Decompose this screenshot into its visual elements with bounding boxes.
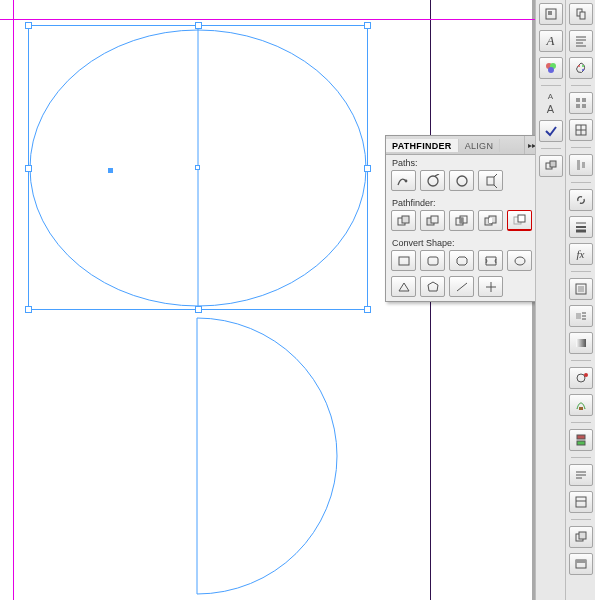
paragraph-panel-icon[interactable] — [569, 30, 593, 52]
panel-tabbar: PATHFINDER ALIGN ▸▸ — [386, 136, 539, 155]
path-open-button[interactable] — [420, 170, 445, 191]
paths-row — [386, 169, 539, 195]
convert-ellipse-button[interactable] — [507, 250, 532, 271]
svg-rect-52 — [578, 286, 584, 292]
svg-point-3 — [457, 176, 467, 186]
resize-handle-e[interactable] — [364, 165, 371, 172]
stroke-panel-icon[interactable] — [569, 216, 593, 238]
svg-rect-8 — [431, 216, 438, 223]
dock-separator — [571, 85, 591, 86]
section-convert-label: Convert Shape: — [386, 235, 539, 249]
svg-line-20 — [457, 283, 467, 291]
tab-pathfinder[interactable]: PATHFINDER — [386, 139, 459, 152]
resize-handle-n[interactable] — [195, 22, 202, 29]
gradient-panel-icon[interactable] — [569, 332, 593, 354]
svg-rect-4 — [487, 177, 494, 185]
scripts-panel-icon[interactable] — [569, 526, 593, 548]
pathfinder-panel-icon[interactable] — [539, 155, 563, 177]
section-paths-label: Paths: — [386, 155, 539, 169]
svg-point-37 — [582, 65, 584, 67]
table-panel-icon[interactable] — [569, 119, 593, 141]
panel-dock-right: fx — [565, 0, 595, 600]
glyphs-panel-icon[interactable] — [569, 367, 593, 389]
dock-separator — [541, 148, 561, 149]
pathfinder-exclude-button[interactable] — [478, 210, 503, 231]
resize-handle-se[interactable] — [364, 306, 371, 313]
svg-rect-61 — [577, 435, 585, 439]
character-panel-icon[interactable]: A — [539, 30, 563, 52]
svg-rect-60 — [579, 407, 583, 410]
color-panel-icon[interactable] — [539, 57, 563, 79]
anchor-mid[interactable] — [195, 165, 200, 170]
svg-rect-18 — [428, 257, 438, 265]
dock-separator — [571, 360, 591, 361]
dock-separator — [571, 147, 591, 148]
half-ellipse-shape[interactable] — [197, 318, 337, 594]
links-panel-icon[interactable] — [569, 189, 593, 211]
resize-handle-s[interactable] — [195, 306, 202, 313]
convert-inverse-button[interactable] — [478, 250, 503, 271]
tags-panel-icon[interactable] — [569, 491, 593, 513]
library-panel-icon[interactable] — [569, 553, 593, 575]
svg-point-38 — [582, 69, 584, 71]
resize-handle-ne[interactable] — [364, 22, 371, 29]
svg-point-1 — [428, 176, 438, 186]
svg-rect-66 — [576, 497, 586, 507]
svg-rect-47 — [582, 162, 585, 168]
svg-rect-39 — [576, 98, 580, 102]
convert-triangle-button[interactable] — [391, 276, 416, 297]
convert-row-2 — [386, 275, 539, 301]
checkmark-icon[interactable] — [539, 120, 563, 142]
svg-rect-46 — [577, 160, 580, 170]
dock-separator — [571, 422, 591, 423]
resize-handle-sw[interactable] — [25, 306, 32, 313]
transform-panel-icon[interactable] — [569, 92, 593, 114]
object-styles-icon[interactable] — [569, 278, 593, 300]
svg-rect-17 — [399, 257, 409, 265]
svg-rect-71 — [576, 560, 586, 563]
selection-center-point — [108, 168, 113, 173]
type-size-controls[interactable]: A A — [541, 92, 561, 115]
pages-panel-icon[interactable] — [569, 3, 593, 25]
selection-bounding-box[interactable] — [28, 25, 368, 310]
layers-panel-icon[interactable] — [569, 429, 593, 451]
pathfinder-add-button[interactable] — [391, 210, 416, 231]
resize-handle-nw[interactable] — [25, 22, 32, 29]
dock-separator — [571, 457, 591, 458]
svg-rect-62 — [577, 441, 585, 445]
align-panel-icon[interactable] — [569, 154, 593, 176]
svg-rect-11 — [460, 218, 463, 223]
svg-rect-40 — [582, 98, 586, 102]
convert-orthogonal-button[interactable] — [478, 276, 503, 297]
svg-rect-57 — [576, 339, 586, 347]
swatches-panel-icon[interactable] — [569, 57, 593, 79]
info-panel-icon[interactable] — [569, 464, 593, 486]
navigator-panel-icon[interactable] — [539, 3, 563, 25]
dock-separator — [571, 519, 591, 520]
pathfinder-panel[interactable]: PATHFINDER ALIGN ▸▸ Paths: Pathfinder: — [385, 135, 540, 302]
svg-rect-14 — [489, 218, 492, 223]
path-reverse-button[interactable] — [478, 170, 503, 191]
section-pathfinder-label: Pathfinder: — [386, 195, 539, 209]
dock-separator — [571, 271, 591, 272]
pathfinder-intersect-button[interactable] — [449, 210, 474, 231]
pathfinder-minusback-button[interactable] — [507, 210, 532, 231]
text-wrap-icon[interactable] — [569, 305, 593, 327]
resize-handle-w[interactable] — [25, 165, 32, 172]
svg-point-19 — [515, 257, 525, 265]
effects-panel-icon[interactable]: fx — [569, 243, 593, 265]
convert-row-1 — [386, 249, 539, 275]
tab-align[interactable]: ALIGN — [459, 139, 501, 152]
path-close-button[interactable] — [449, 170, 474, 191]
convert-rectangle-button[interactable] — [391, 250, 416, 271]
svg-line-2 — [435, 174, 439, 176]
pathfinder-subtract-button[interactable] — [420, 210, 445, 231]
convert-beveled-button[interactable] — [449, 250, 474, 271]
convert-rounded-button[interactable] — [420, 250, 445, 271]
svg-rect-42 — [582, 104, 586, 108]
path-join-button[interactable] — [391, 170, 416, 191]
story-panel-icon[interactable] — [569, 394, 593, 416]
svg-point-0 — [404, 179, 407, 182]
convert-line-button[interactable] — [449, 276, 474, 297]
convert-polygon-button[interactable] — [420, 276, 445, 297]
